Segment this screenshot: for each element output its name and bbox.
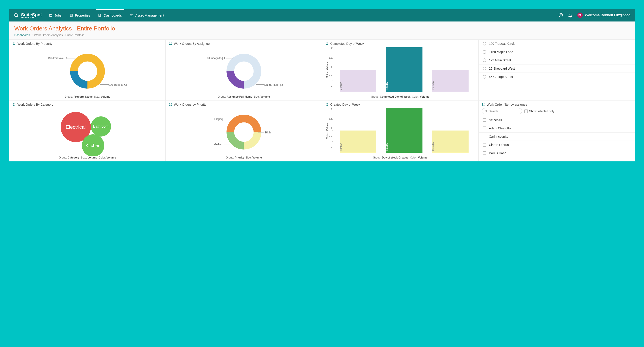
svg-point-18 xyxy=(326,44,326,45)
checkbox-icon xyxy=(483,118,486,122)
radio-icon xyxy=(483,50,486,54)
card-footer: Group: Category Size: Volume Color: Volu… xyxy=(12,156,162,159)
search-box[interactable] xyxy=(482,108,522,114)
svg-point-38 xyxy=(484,105,484,105)
top-nav: SuiteSpot TECHNOLOGY Jobs Properties Das… xyxy=(9,9,635,22)
svg-point-22 xyxy=(13,105,14,105)
breadcrumb-current: Work Orders Analytics - Entire Portfolio xyxy=(34,33,84,37)
widget-icon[interactable] xyxy=(169,103,172,106)
filter-item-adam[interactable]: Adam Chiarotto xyxy=(479,124,634,133)
svg-point-20 xyxy=(13,103,14,104)
card-footer: Group: Priority Size: Volume xyxy=(169,156,319,159)
user-menu[interactable]: BF Welcome Bennett Fitzgibbon xyxy=(577,13,630,18)
callout-darius: Darius Hahn | 3 xyxy=(264,83,283,86)
svg-point-36 xyxy=(484,103,484,104)
svg-point-32 xyxy=(327,103,328,104)
widget-icon[interactable] xyxy=(325,103,328,106)
briefcase-icon xyxy=(49,14,52,17)
svg-point-19 xyxy=(327,44,328,45)
show-selected-only[interactable]: Show selected only xyxy=(524,110,554,113)
help-icon[interactable] xyxy=(558,13,563,18)
svg-point-34 xyxy=(327,105,328,105)
brand-name: SuiteSpot xyxy=(21,12,42,17)
widget-icon[interactable] xyxy=(12,42,16,45)
search-input[interactable] xyxy=(489,110,519,113)
filter-item-100-trudeau[interactable]: 100 Trudeau Circle xyxy=(479,40,634,48)
card-title-text: Completed Day of Week xyxy=(330,42,364,46)
card-work-orders-by-category: Work Orders By Category Electrical Bathr… xyxy=(10,101,165,161)
svg-point-17 xyxy=(327,43,328,43)
card-footer: Group: Completed Day of Week Color: Volu… xyxy=(325,95,475,98)
svg-point-27 xyxy=(171,105,172,105)
building-icon xyxy=(70,14,73,17)
filter-item-123-main[interactable]: 123 Main Street xyxy=(479,56,634,65)
widget-icon[interactable] xyxy=(169,42,172,45)
svg-rect-1 xyxy=(70,14,72,17)
svg-point-26 xyxy=(170,105,170,105)
bar-chart-completed[interactable]: Metric: Volume 21.510.50 Monday Tuesday … xyxy=(325,47,475,92)
dashboard-grid: Work Orders By Property Bradford Ave | 1… xyxy=(9,39,635,161)
nav-jobs[interactable]: Jobs xyxy=(48,10,62,21)
donut-chart-priority[interactable]: [Empty] High Medium xyxy=(226,114,262,150)
checkbox-icon xyxy=(483,127,486,130)
card-work-orders-by-property: Work Orders By Property Bradford Ave | 1… xyxy=(10,40,165,100)
svg-point-33 xyxy=(326,105,326,105)
card-icon xyxy=(130,14,133,17)
nav-label: Jobs xyxy=(54,14,62,17)
svg-point-6 xyxy=(13,44,14,45)
user-welcome: Welcome Bennett Fitzgibbon xyxy=(585,13,630,17)
card-work-orders-by-priority: Work Orders by Priority [Empty] High Med… xyxy=(166,101,322,161)
callout-medium: Medium xyxy=(214,143,223,146)
svg-point-16 xyxy=(326,43,326,43)
donut-chart-property[interactable]: Bradford Ave | 1 100 Trudeau Cir xyxy=(70,53,106,89)
bubble-chart-category[interactable]: Electrical Bathroom Kitchen xyxy=(58,110,116,154)
bell-icon[interactable] xyxy=(568,13,572,18)
radio-icon xyxy=(483,75,486,79)
nav-properties[interactable]: Properties xyxy=(69,10,91,21)
filter-item-ciaran[interactable]: Ciaran Lebrun xyxy=(479,141,634,149)
svg-point-13 xyxy=(171,44,172,45)
nav-label: Dashboards xyxy=(104,14,122,17)
filter-item-45-george[interactable]: 45 George Street xyxy=(479,73,634,81)
nav-label: Asset Management xyxy=(135,14,164,17)
card-footer: Group: Day of Week Created Color: Volume xyxy=(325,156,475,159)
bar-chart-created[interactable]: Metric: Volume 21.510.50 Monday Tuesday … xyxy=(325,108,475,153)
brand-logo[interactable]: SuiteSpot TECHNOLOGY xyxy=(14,12,42,18)
svg-point-21 xyxy=(14,103,15,104)
svg-point-5 xyxy=(14,43,15,43)
card-title-text: Work Orders By Category xyxy=(18,103,53,106)
svg-point-7 xyxy=(14,44,15,45)
callout-empty: [Empty] xyxy=(214,118,223,121)
bubble-kitchen: Kitchen xyxy=(82,134,104,156)
nav-asset-management[interactable]: Asset Management xyxy=(129,10,165,21)
radio-icon xyxy=(483,67,486,70)
filter-item-1150-maple[interactable]: 1150 Maple Lane xyxy=(479,48,634,56)
card-completed-day-of-week: Completed Day of Week Metric: Volume 21.… xyxy=(322,40,478,100)
avatar: BF xyxy=(577,13,583,18)
widget-icon[interactable] xyxy=(482,103,485,106)
nav-right: BF Welcome Bennett Fitzgibbon xyxy=(558,13,630,18)
filter-item-darius[interactable]: Darius Hahn xyxy=(479,149,634,157)
filter-select-all[interactable]: Select All xyxy=(479,116,634,124)
widget-icon[interactable] xyxy=(325,42,328,45)
y-axis-label: Metric: Volume xyxy=(325,122,329,139)
card-footer: Group: Property Name Size: Volume xyxy=(12,95,162,98)
svg-point-39 xyxy=(485,110,487,112)
bubble-bathroom: Bathroom xyxy=(91,116,111,137)
filter-item-25-sheppard[interactable]: 25 Sheppard West xyxy=(479,65,634,73)
callout-bradford: Bradford Ave | 1 xyxy=(48,57,68,60)
svg-point-23 xyxy=(14,105,15,105)
nav-dashboards[interactable]: Dashboards xyxy=(97,10,122,21)
filter-item-carl[interactable]: Carl Incognito xyxy=(479,133,634,141)
widget-icon[interactable] xyxy=(12,103,16,106)
donut-chart-assignee[interactable]: arl Incognito | 1 Darius Hahn | 3 xyxy=(226,53,262,89)
card-title-text: Work Order filter by assignee xyxy=(487,103,527,106)
checkbox-icon xyxy=(524,110,528,113)
page-header: Work Orders Analytics - Entire Portfolio… xyxy=(9,22,635,39)
svg-point-4 xyxy=(13,43,14,43)
card-title-text: Work Orders By Property xyxy=(18,42,52,46)
breadcrumb-root[interactable]: Dashboards xyxy=(14,33,30,37)
checkbox-icon xyxy=(483,135,486,138)
page-title: Work Orders Analytics - Entire Portfolio xyxy=(14,25,630,32)
svg-point-10 xyxy=(170,43,170,43)
